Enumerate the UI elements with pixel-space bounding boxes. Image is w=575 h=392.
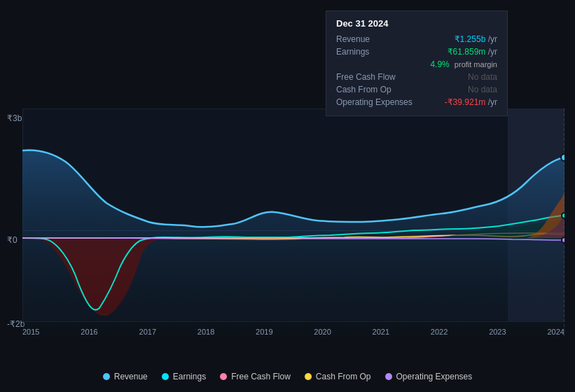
revenue-cursor-dot	[561, 154, 564, 161]
legend-revenue[interactable]: Revenue	[103, 372, 148, 382]
legend: Revenue Earnings Free Cash Flow Cash Fro…	[0, 372, 575, 382]
x-tick-2024: 2024	[547, 328, 564, 336]
x-tick-2018: 2018	[198, 328, 214, 336]
legend-fcf[interactable]: Free Cash Flow	[220, 372, 291, 382]
tooltip-row-fcf: Free Cash Flow No data	[336, 71, 497, 83]
legend-opex[interactable]: Operating Expenses	[385, 372, 473, 382]
y-label-zero: ₹0	[7, 235, 18, 245]
x-tick-2015: 2015	[22, 328, 39, 336]
legend-dot-opex	[385, 373, 392, 380]
legend-label-fcf: Free Cash Flow	[231, 372, 291, 382]
chart-container: Dec 31 2024 Revenue ₹1.255b /yr Earnings…	[0, 0, 575, 392]
revenue-label: Revenue	[336, 34, 413, 44]
tooltip-row-cashfromop: Cash From Op No data	[336, 83, 497, 96]
legend-cashfromop[interactable]: Cash From Op	[305, 372, 371, 382]
earnings-value: ₹61.859m /yr	[448, 47, 497, 57]
legend-label-cashfromop: Cash From Op	[316, 372, 371, 382]
earnings-label: Earnings	[336, 47, 413, 57]
y-label-top: ₹3b	[7, 113, 22, 123]
legend-dot-cashfromop	[305, 373, 312, 380]
cashfromop-value: No data	[468, 85, 497, 94]
opex-label: Operating Expenses	[336, 97, 413, 107]
tooltip-box: Dec 31 2024 Revenue ₹1.255b /yr Earnings…	[326, 10, 508, 116]
x-tick-2017: 2017	[139, 328, 156, 336]
tooltip-row-opex: Operating Expenses -₹39.921m /yr	[336, 96, 497, 108]
legend-dot-fcf	[220, 373, 227, 380]
legend-dot-earnings	[162, 373, 169, 380]
tooltip-row-earnings: Earnings ₹61.859m /yr	[336, 46, 497, 58]
revenue-value: ₹1.255b /yr	[455, 34, 497, 44]
opex-cursor-dot	[562, 237, 564, 243]
legend-label-opex: Operating Expenses	[396, 372, 473, 382]
tooltip-date: Dec 31 2024	[336, 18, 497, 29]
fcf-label: Free Cash Flow	[336, 72, 413, 82]
cashfromop-label: Cash From Op	[336, 85, 413, 94]
earnings-margin-value: 4.9% profit margin	[430, 59, 497, 69]
earnings-cursor-dot	[562, 213, 564, 218]
chart-svg	[22, 108, 564, 336]
legend-label-revenue: Revenue	[114, 372, 148, 382]
x-tick-2016: 2016	[81, 328, 97, 336]
fcf-value: No data	[468, 72, 497, 82]
x-tick-2021: 2021	[373, 328, 389, 336]
tooltip-row-revenue: Revenue ₹1.255b /yr	[336, 33, 497, 46]
x-tick-2023: 2023	[489, 328, 506, 336]
legend-earnings[interactable]: Earnings	[162, 372, 206, 382]
tooltip-row-earnings-margin: 4.9% profit margin	[336, 58, 497, 71]
legend-label-earnings: Earnings	[173, 372, 206, 382]
opex-value: -₹39.921m /yr	[445, 97, 497, 107]
x-tick-2020: 2020	[314, 328, 331, 336]
legend-dot-revenue	[103, 373, 110, 380]
x-tick-2022: 2022	[431, 328, 448, 336]
x-axis: 2015 2016 2017 2018 2019 2020 2021 2022 …	[22, 328, 564, 336]
x-tick-2019: 2019	[256, 328, 272, 336]
